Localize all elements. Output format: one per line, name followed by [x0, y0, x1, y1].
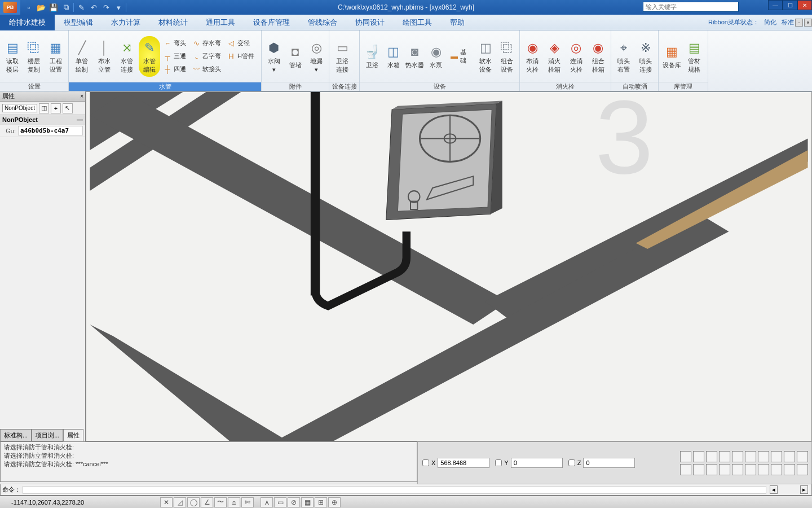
ribbon-tab-modeling[interactable]: 给排水建模 [0, 15, 55, 30]
btn-cross[interactable]: ┼四通 [161, 63, 188, 76]
prop-tool3-icon[interactable]: ↖ [63, 103, 73, 113]
panel-close-icon[interactable]: × [80, 93, 83, 99]
btn-softener[interactable]: ◫软水设备 [475, 36, 496, 77]
nav-icon[interactable] [784, 464, 795, 475]
no-icon[interactable]: ⊘ [288, 497, 300, 507]
btn-heater[interactable]: ◙热水器 [405, 36, 425, 77]
snap-icon[interactable]: ✕ [160, 497, 173, 507]
ribbon-tab-edit[interactable]: 模型编辑 [55, 15, 102, 30]
viewport-3d[interactable]: 3 [86, 91, 812, 441]
qat-dropdown-icon[interactable]: ▾ [113, 2, 123, 12]
view-icon[interactable] [680, 451, 691, 462]
btn-zbend[interactable]: ⦦乙字弯 [190, 50, 223, 63]
search-input[interactable] [643, 2, 739, 12]
btn-fixture-connect[interactable]: ▭卫浴连接 [332, 36, 353, 77]
view-icon[interactable] [797, 451, 808, 462]
panel-tab-std[interactable]: 标准构... [0, 429, 32, 441]
nav-icon[interactable] [719, 464, 730, 475]
cut-icon[interactable]: ✄ [241, 497, 254, 507]
btn-pump[interactable]: ◉水泵 [426, 36, 446, 77]
coord-z-input[interactable] [583, 458, 635, 468]
qat-save-icon[interactable]: 💾 [48, 2, 59, 12]
btn-connect-hydrant[interactable]: ◎连消火栓 [566, 36, 587, 77]
btn-sprinkler-place[interactable]: ⌖喷头布置 [614, 36, 634, 77]
prop-selector[interactable]: NonPObject [2, 104, 37, 112]
btn-place-hydrant[interactable]: ◉布消火栓 [522, 36, 543, 77]
coord-x-input[interactable] [438, 458, 489, 468]
btn-devicelib[interactable]: ▦设备库 [661, 36, 682, 77]
panel-tab-browse[interactable]: 项目浏... [32, 429, 63, 441]
qat-saveall-icon[interactable]: ⧉ [61, 2, 71, 12]
ribbon-mode-simple[interactable]: 简化 [764, 19, 776, 25]
add-icon[interactable]: ⊕ [328, 497, 341, 507]
btn-riser[interactable]: │布水立管 [94, 36, 115, 77]
btn-trap[interactable]: ∿存水弯 [190, 37, 223, 50]
ribbon-tab-materials[interactable]: 材料统计 [149, 15, 197, 30]
view-icon[interactable] [719, 451, 730, 462]
qat-refresh-icon[interactable]: ✎ [76, 2, 86, 12]
scroll-right-icon[interactable]: ▸ [800, 485, 808, 494]
app-logo[interactable]: PB [0, 0, 20, 15]
ribbon-tab-collab[interactable]: 协同设计 [346, 15, 394, 30]
qat-redo-icon[interactable]: ↷ [101, 2, 111, 12]
lock-z-checkbox[interactable] [568, 459, 575, 466]
lock-y-checkbox[interactable] [495, 459, 502, 466]
circle-icon[interactable]: ◯ [187, 497, 200, 507]
btn-read-floor[interactable]: ▤读取楼层 [2, 36, 23, 77]
qat-open-icon[interactable]: 📂 [36, 2, 46, 12]
view-icon[interactable] [771, 451, 782, 462]
maximize-button[interactable]: ☐ [783, 0, 797, 10]
grid2-icon[interactable]: ⊞ [315, 497, 327, 507]
mdi-close-icon[interactable]: × [804, 19, 812, 27]
ribbon-tab-devicelib[interactable]: 设备库管理 [244, 15, 299, 30]
ribbon-mode-standard[interactable]: 标准 [782, 19, 794, 25]
qat-new-icon[interactable]: ▫ [24, 2, 34, 12]
btn-tee[interactable]: ┬三通 [161, 50, 188, 63]
mdi-min-icon[interactable]: - [795, 19, 803, 27]
btn-drain[interactable]: ◎地漏▾ [306, 36, 326, 77]
view-icon[interactable] [745, 451, 756, 462]
line-icon[interactable]: ∠ [201, 497, 213, 507]
grid-icon[interactable]: ▦ [301, 497, 314, 507]
btn-fixture[interactable]: 🚽卫浴 [362, 36, 382, 77]
rect-icon[interactable]: ▭ [274, 497, 286, 507]
nav-icon[interactable] [693, 464, 704, 475]
prop-value[interactable]: a46b0d5b-c4a7 [18, 126, 83, 135]
prop-tool2-icon[interactable]: + [51, 103, 61, 113]
btn-pipe-spec[interactable]: ▤管材规格 [683, 36, 705, 77]
close-button[interactable]: ✕ [797, 0, 812, 10]
btn-tank[interactable]: ◫水箱 [383, 36, 404, 77]
btn-flex[interactable]: 〰软接头 [190, 63, 223, 76]
view-icon[interactable] [784, 451, 795, 462]
scroll-left-icon[interactable]: ◂ [770, 485, 778, 494]
btn-reducer[interactable]: ◁变径 [225, 37, 256, 50]
btn-combo-box[interactable]: ◉组合栓箱 [588, 36, 608, 77]
nav-icon[interactable] [771, 464, 782, 475]
btn-pipe-edit[interactable]: ✎水管编辑 [139, 36, 160, 77]
ribbon-tab-pipeline[interactable]: 管线综合 [299, 15, 346, 30]
btn-plug[interactable]: ◘管堵 [285, 36, 306, 77]
nav-icon[interactable] [732, 464, 743, 475]
wave2-icon[interactable]: ⩍ [228, 497, 240, 507]
panel-tab-props[interactable]: 属性 [63, 429, 83, 441]
command-input[interactable] [23, 486, 766, 494]
nav-icon[interactable] [680, 464, 691, 475]
btn-foundation[interactable]: ▬基础 [448, 50, 473, 63]
view-icon[interactable] [758, 451, 769, 462]
ribbon-tab-draw[interactable]: 绘图工具 [394, 15, 441, 30]
view-icon[interactable] [693, 451, 704, 462]
btn-valve[interactable]: ⬢水阀▾ [264, 36, 284, 77]
nav-icon[interactable] [745, 464, 756, 475]
ribbon-tab-tools[interactable]: 通用工具 [197, 15, 244, 30]
person-icon[interactable]: ⋏ [261, 497, 273, 507]
nav-icon[interactable] [797, 464, 808, 475]
btn-hydrant-box[interactable]: ◈消火栓箱 [544, 36, 565, 77]
qat-undo-icon[interactable]: ↶ [89, 2, 99, 12]
btn-sprinkler-connect[interactable]: ※喷头连接 [636, 36, 656, 77]
minimize-button[interactable]: — [768, 0, 783, 10]
lock-x-checkbox[interactable] [422, 459, 429, 466]
view-icon[interactable] [706, 451, 717, 462]
angle-icon[interactable]: ◿ [174, 497, 186, 507]
btn-elbow[interactable]: ⌐弯头 [161, 37, 188, 50]
ribbon-tab-hydraulic[interactable]: 水力计算 [102, 15, 149, 30]
